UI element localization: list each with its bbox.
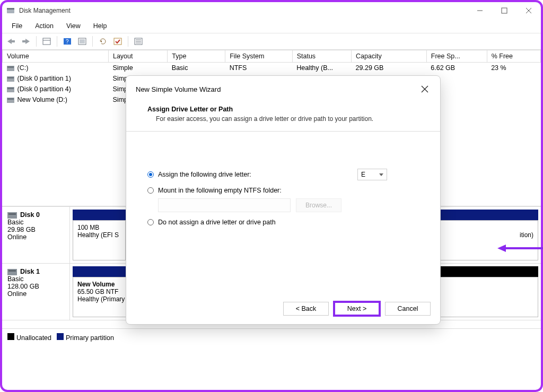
menu-help[interactable]: Help [88,21,112,31]
nav-forward-button[interactable] [20,36,32,47]
back-button[interactable]: < Back [283,302,329,316]
svg-text:?: ? [66,39,69,45]
toolbar-view-icon[interactable] [41,36,52,47]
partition-box[interactable]: 100 MB Healthy (EFI S [73,220,126,260]
disk-label: Disk 0 Basic 29.98 GB Online [2,207,70,263]
toolbar-list-icon[interactable] [133,36,144,47]
disk-label: Disk 1 Basic 128.00 GB Online [2,264,70,320]
dialog-close-button[interactable] [417,81,433,97]
option-mount-folder-label: Mount in the following empty NTFS folder… [158,187,282,194]
col-fs[interactable]: File System [225,50,293,63]
mount-path-input [158,198,291,212]
toolbar-help-icon[interactable]: ? [62,36,73,47]
svg-rect-23 [7,66,14,68]
option-assign-letter-label: Assign the following drive letter: [158,171,251,178]
next-button[interactable]: Next > [334,302,380,316]
legend-swatch-unallocated [7,333,14,340]
volume-icon [7,66,14,71]
svg-rect-25 [7,77,14,79]
toolbar-settings-icon[interactable] [76,36,88,47]
svg-rect-3 [502,8,507,13]
svg-rect-27 [7,88,14,89]
svg-rect-29 [7,98,14,100]
annotation-arrow [497,245,543,252]
svg-marker-8 [25,39,30,44]
col-status[interactable]: Status [292,50,351,63]
maximize-button[interactable] [492,2,516,19]
svg-rect-33 [8,270,16,272]
col-layout[interactable]: Layout [108,50,167,63]
toolbar-check-icon[interactable] [112,36,124,47]
close-button[interactable] [516,2,541,19]
svg-rect-31 [8,213,16,215]
legend: Unallocated Primary partition [2,328,541,346]
disk-management-icon [6,6,15,15]
disk-icon [7,212,17,219]
col-volume[interactable]: Volume [3,50,109,63]
svg-rect-9 [22,40,25,42]
volume-icon [7,98,14,103]
svg-marker-36 [379,173,383,176]
svg-rect-7 [12,40,15,42]
nav-back-button[interactable] [5,36,17,47]
minimize-button[interactable] [468,2,492,19]
radio-no-assign[interactable] [147,219,154,225]
svg-rect-17 [114,38,121,45]
app-window: Disk Management File Action View Help ? [0,0,543,392]
dialog-title: New Simple Volume Wizard [136,85,221,93]
cancel-button[interactable]: Cancel [385,302,431,316]
menu-file[interactable]: File [6,21,28,31]
svg-marker-6 [7,39,12,44]
svg-rect-1 [7,8,14,10]
radio-mount-folder[interactable] [147,187,154,194]
window-controls [468,2,541,19]
col-free[interactable]: Free Sp... [426,50,487,63]
col-capacity[interactable]: Capacity [352,50,427,63]
volume-icon [7,87,14,92]
col-pfree[interactable]: % Free [487,50,540,63]
disk-icon [7,269,17,275]
browse-button: Browse... [296,198,341,212]
dialog-subheading: For easier access, you can assign a driv… [156,115,425,123]
svg-rect-30 [7,212,17,219]
option-no-assign-label: Do not assign a drive letter or drive pa… [158,219,276,226]
radio-assign-letter[interactable] [147,171,154,178]
col-type[interactable]: Type [168,50,225,63]
titlebar: Disk Management [2,2,541,19]
menu-view[interactable]: View [61,21,86,31]
volume-row[interactable]: (C:) Simple Basic NTFS Healthy (B... 29.… [3,63,541,74]
svg-rect-10 [43,38,50,45]
column-headers[interactable]: Volume Layout Type File System Status Ca… [3,50,541,63]
wizard-dialog: New Simple Volume Wizard Assign Drive Le… [126,75,441,325]
svg-rect-15 [80,39,85,43]
legend-swatch-primary [57,333,64,340]
drive-letter-select[interactable]: E [357,169,387,180]
svg-rect-32 [7,269,17,275]
volume-icon [7,76,14,82]
toolbar: ? [2,33,541,50]
dialog-heading: Assign Drive Letter or Path [147,106,425,113]
menubar: File Action View Help [2,19,541,33]
chevron-down-icon [379,171,383,178]
window-title: Disk Management [19,7,71,14]
menu-action[interactable]: Action [30,21,59,31]
toolbar-refresh-icon[interactable] [97,36,109,47]
